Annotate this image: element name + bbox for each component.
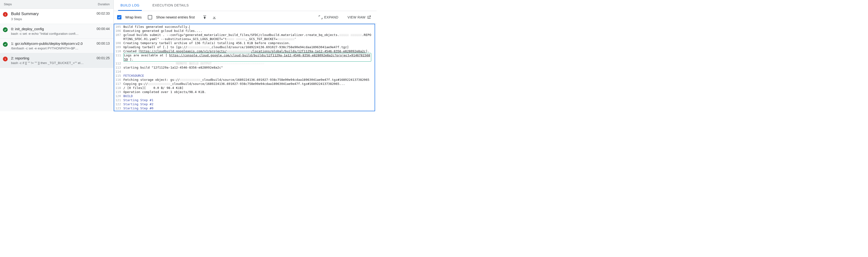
show-newest-label: Show newest entries first [156, 15, 195, 19]
download-button[interactable] [211, 13, 218, 21]
log-line: 117Copying gs://xxxxxxxxxxxx_cloudbuild/… [114, 82, 375, 86]
scroll-top-button[interactable] [201, 13, 209, 21]
expand-label: EXPAND [324, 15, 338, 19]
svg-rect-1 [5, 14, 5, 15]
steps-col-label: Steps [4, 2, 12, 6]
step-sub: bash -c if [[ "" != "" ]] then _TGT_BUCK… [11, 61, 94, 65]
log-line: 110Created [https://cloudbuild.googleapi… [114, 49, 375, 53]
line-number: 116 [114, 78, 123, 82]
line-text: Created [https://cloudbuild.googleapis.c… [123, 49, 375, 53]
line-text: Creating temporary tarball archive of 13… [123, 41, 375, 45]
line-number: 122 [114, 102, 123, 106]
step-title: 1: gcr.io/kittycorn-public/deploy-kittyc… [11, 41, 94, 45]
log-line: 120BUILD [114, 94, 375, 98]
line-number: 107 [114, 33, 123, 37]
view-raw-button[interactable]: VIEW RAW [346, 14, 372, 21]
log-line: 105Build files generated successfully. [114, 25, 375, 29]
line-text: Fetching storage object: gs://xxxxxxxxxx… [123, 78, 375, 82]
build-summary-row[interactable]: Build Summary 3 Steps 00:02:33 [0, 9, 114, 24]
log-line: 115FETCHSOURCE [114, 74, 375, 78]
line-number: 115 [114, 74, 123, 78]
wrap-lines-label: Wrap lines [125, 15, 142, 19]
svg-rect-5 [213, 19, 216, 19]
log-line: 113starting build "12f1129a-1a12-4546-83… [114, 65, 375, 69]
summary-sub: 3 Steps [11, 17, 94, 21]
step-duration: 00:00:13 [97, 41, 110, 45]
line-text: Copying gs://xxxxxxxxxxxx_cloudbuild/sou… [123, 82, 375, 86]
log-viewer[interactable]: 105Build files generated successfully.10… [114, 24, 375, 111]
line-text: Starting Step #0 [123, 106, 375, 110]
line-number: 117 [114, 82, 123, 86]
steps-panel: Steps Duration Build Summary 3 Steps 00:… [0, 0, 114, 111]
log-highlight-box: Logs are available at [ https://console.… [123, 53, 371, 62]
line-text: Operation completed over 1 objects/98.4 … [123, 90, 375, 94]
svg-rect-4 [204, 15, 206, 16]
step-sub: /bin/bash -c set -e export PYTHONPATH=$P… [11, 46, 94, 50]
log-panel: BUILD LOG EXECUTION DETAILS Wrap lines S… [114, 0, 376, 111]
line-text: / [0 files][ 0.0 B/ 98.4 KiB] [123, 86, 375, 90]
line-number: 109 [114, 45, 123, 49]
summary-duration: 00:02:33 [97, 11, 110, 15]
error-icon [3, 57, 8, 61]
line-text: Executing generated gcloud build files..… [123, 29, 375, 33]
line-number: 106 [114, 29, 123, 33]
line-number: 118 [114, 86, 123, 90]
line-text: Starting Step #1 [123, 98, 375, 102]
step-title: 2: reporting [11, 56, 94, 60]
step-row-2[interactable]: 2: reportingbash -c if [[ "" != "" ]] th… [0, 53, 114, 68]
line-number: 113 [114, 65, 123, 69]
duration-col-label: Duration [98, 2, 110, 6]
log-line: 116Fetching storage object: gs://xxxxxxx… [114, 78, 375, 82]
line-text: starting build "12f1129a-1a12-4546-8356-… [123, 65, 375, 69]
log-toolbar: Wrap lines Show newest entries first EXP… [114, 11, 376, 24]
line-number: 121 [114, 98, 123, 102]
line-number: 111 [114, 53, 123, 57]
step-row-0[interactable]: 0: init_deploy_configbash -c set -e echo… [0, 24, 114, 39]
expand-button[interactable]: EXPAND [317, 14, 339, 21]
step-duration: 00:00:44 [97, 27, 110, 31]
wrap-lines-checkbox[interactable] [117, 15, 121, 20]
line-number: 120 [114, 94, 123, 98]
line-number: 114 [114, 69, 123, 74]
view-raw-label: VIEW RAW [347, 15, 366, 19]
show-newest-checkbox[interactable] [148, 15, 152, 20]
log-line: 122Starting Step #2 [114, 102, 375, 106]
line-number: 108 [114, 41, 123, 45]
tab-build-log[interactable]: BUILD LOG [118, 0, 142, 11]
line-text: gcloud builds submit . --config="generat… [123, 33, 375, 41]
tabs: BUILD LOG EXECUTION DETAILS [114, 0, 376, 11]
line-text: FETCHSOURCE [123, 74, 375, 78]
svg-rect-3 [5, 59, 5, 60]
summary-title: Build Summary [11, 11, 94, 16]
step-duration: 00:01:25 [97, 56, 110, 60]
log-line: 109Uploading tarball of [.] to [gs://xxx… [114, 45, 375, 49]
log-line: 106Executing generated gcloud build file… [114, 29, 375, 33]
svg-point-2 [5, 58, 5, 59]
line-text: Starting Step #2 [123, 102, 375, 106]
log-line: 119Operation completed over 1 objects/98… [114, 90, 375, 94]
log-line: 121Starting Step #1 [114, 98, 375, 102]
tab-execution-details[interactable]: EXECUTION DETAILS [150, 0, 191, 11]
line-number: 105 [114, 25, 123, 29]
line-text: Uploading tarball of [.] to [gs://xxxxxx… [123, 45, 375, 49]
text-cursor [189, 25, 190, 29]
log-line: 107gcloud builds submit . --config="gene… [114, 33, 375, 41]
line-text: BUILD [123, 94, 375, 98]
log-line: 112--------------------------- REMOTE BU… [114, 61, 375, 65]
steps-header: Steps Duration [0, 0, 114, 9]
line-number: 110 [114, 49, 123, 53]
line-number: 123 [114, 106, 123, 110]
line-text: Build files generated successfully. [123, 25, 375, 29]
log-line: 108Creating temporary tarball archive of… [114, 41, 375, 45]
line-number: 119 [114, 90, 123, 94]
check-icon [3, 42, 8, 47]
check-icon [3, 27, 8, 32]
svg-point-0 [5, 13, 5, 14]
line-number: 112 [114, 61, 123, 65]
line-text: --------------------------- REMOTE BUILD… [123, 61, 375, 65]
step-row-1[interactable]: 1: gcr.io/kittycorn-public/deploy-kittyc… [0, 39, 114, 53]
error-icon [3, 12, 8, 17]
log-line: 123Starting Step #0 [114, 106, 375, 110]
log-line: 111Logs are available at [ https://conso… [114, 53, 375, 61]
line-text: Logs are available at [ https://console.… [123, 53, 375, 61]
